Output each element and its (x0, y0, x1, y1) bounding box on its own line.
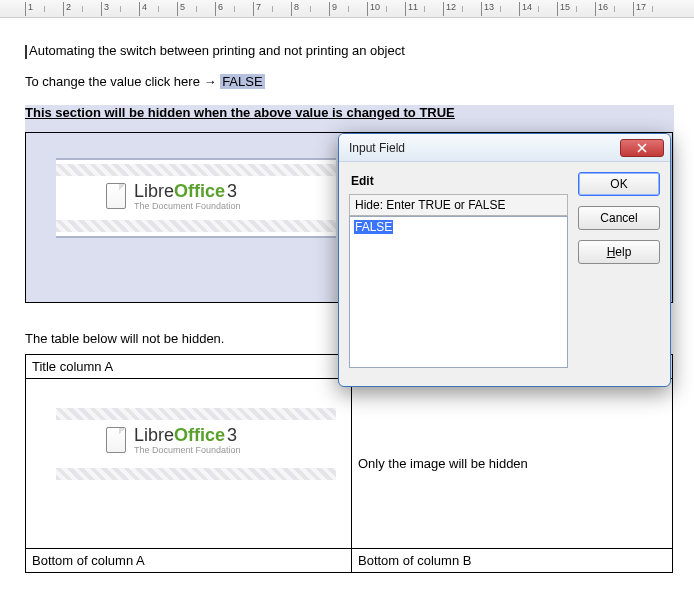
help-label-rest: elp (615, 245, 631, 259)
ruler-minor-tick (348, 6, 349, 12)
field-value-input[interactable]: FALSE (349, 216, 568, 368)
ruler-tick: 11 (405, 2, 418, 16)
logo-word: Libre (134, 425, 174, 445)
ruler-minor-tick (538, 6, 539, 12)
ruler-minor-tick (500, 6, 501, 12)
ruler-minor-tick (82, 6, 83, 12)
logo-version: 3 (227, 425, 237, 445)
logo-image-frame[interactable]: LibreOffice3 The Document Foundation (56, 158, 336, 238)
ruler-tick: 12 (443, 2, 456, 16)
logo-image-frame[interactable]: LibreOffice3 The Document Foundation (56, 404, 336, 484)
ruler-minor-tick (462, 6, 463, 12)
ruler-tick: 2 (63, 2, 71, 16)
libreoffice-logo: LibreOffice3 The Document Foundation (106, 182, 241, 211)
logo-subtitle: The Document Foundation (134, 202, 241, 211)
paragraph-instruction: To change the value click here → FALSE (25, 74, 674, 91)
logo-version: 3 (227, 181, 237, 201)
logo-word: Office (174, 425, 225, 445)
libreoffice-logo: LibreOffice3 The Document Foundation (106, 426, 241, 455)
ruler-minor-tick (234, 6, 235, 12)
table-footer-b: Bottom of column B (352, 548, 673, 572)
paragraph-title: Automating the switch between printing a… (25, 43, 674, 60)
arrow-icon: → (204, 74, 217, 89)
ruler-minor-tick (196, 6, 197, 12)
paragraph-title-text: Automating the switch between printing a… (29, 43, 405, 58)
instruction-text: To change the value click here (25, 74, 204, 89)
ruler-tick: 3 (101, 2, 109, 16)
ruler-tick: 6 (215, 2, 223, 16)
logo-word: Office (174, 181, 225, 201)
table-cell-note: Only the image will be hidden (352, 378, 673, 548)
help-button[interactable]: Help (578, 240, 660, 264)
section-heading: This section will be hidden when the abo… (25, 105, 674, 122)
ruler-tick: 14 (519, 2, 532, 16)
input-field-reference[interactable]: FALSE (220, 74, 264, 89)
ruler-tick: 9 (329, 2, 337, 16)
ruler-minor-tick (652, 6, 653, 12)
table-header-a: Title column A (26, 354, 352, 378)
ruler-tick: 7 (253, 2, 261, 16)
decorative-pattern (56, 164, 336, 176)
ruler-tick: 10 (367, 2, 380, 16)
ruler-tick: 17 (633, 2, 646, 16)
decorative-pattern (56, 220, 336, 232)
ruler-minor-tick (386, 6, 387, 12)
text-cursor (25, 45, 27, 59)
ruler-tick: 15 (557, 2, 570, 16)
ruler-tick: 1 (25, 2, 33, 16)
field-hint: Hide: Enter TRUE or FALSE (349, 194, 568, 216)
cancel-button[interactable]: Cancel (578, 206, 660, 230)
ruler-minor-tick (576, 6, 577, 12)
ruler-tick: 5 (177, 2, 185, 16)
logo-subtitle: The Document Foundation (134, 446, 241, 455)
decorative-pattern (56, 468, 336, 480)
ruler-tick: 8 (291, 2, 299, 16)
dialog-titlebar[interactable]: Input Field (339, 134, 670, 162)
close-icon (637, 143, 647, 153)
edit-label: Edit (351, 174, 568, 188)
document-icon (106, 183, 126, 209)
ruler-minor-tick (424, 6, 425, 12)
ruler-minor-tick (158, 6, 159, 12)
ruler-minor-tick (310, 6, 311, 12)
selected-text: FALSE (354, 220, 393, 234)
input-field-dialog: Input Field Edit Hide: Enter TRUE or FAL… (338, 133, 671, 387)
ruler-tick: 13 (481, 2, 494, 16)
ruler-tick: 4 (139, 2, 147, 16)
dialog-title: Input Field (349, 141, 620, 155)
table-footer-a: Bottom of column A (26, 548, 352, 572)
close-button[interactable] (620, 139, 664, 157)
horizontal-ruler: 1234567891011121314151617 (0, 0, 694, 18)
decorative-pattern (56, 408, 336, 420)
ruler-minor-tick (120, 6, 121, 12)
ruler-tick: 16 (595, 2, 608, 16)
ruler-minor-tick (272, 6, 273, 12)
ruler-minor-tick (44, 6, 45, 12)
ok-button[interactable]: OK (578, 172, 660, 196)
logo-word: Libre (134, 181, 174, 201)
ruler-minor-tick (614, 6, 615, 12)
document-icon (106, 427, 126, 453)
